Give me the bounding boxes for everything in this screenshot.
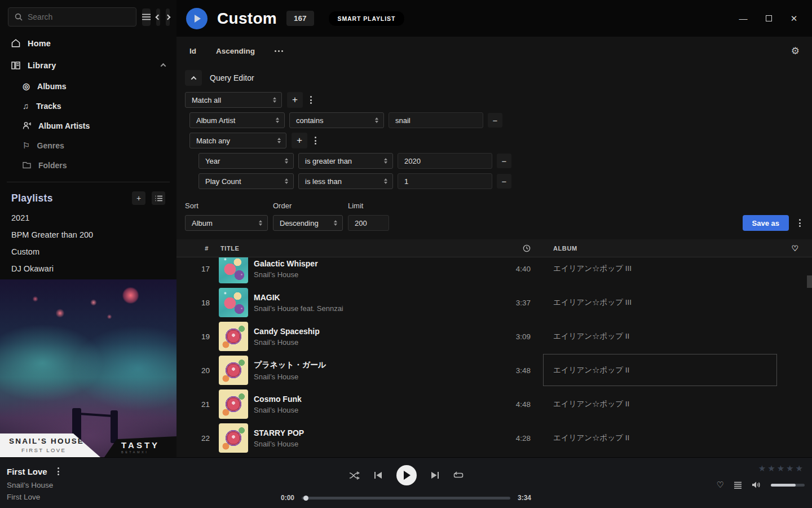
maximize-button[interactable] — [764, 14, 773, 23]
queue-icon[interactable] — [734, 481, 742, 489]
table-row[interactable]: 20 プラネット・ガール Snail’s House 3:48 エイリアン☆ポッ… — [176, 353, 812, 387]
track-album[interactable]: エイリアン☆ポップ II — [549, 433, 778, 443]
order-select[interactable]: Descending — [273, 215, 343, 231]
rule-field-select[interactable]: Album Artist — [189, 112, 285, 128]
playlist-item[interactable]: 2021 — [0, 209, 176, 226]
match-type-select-2[interactable]: Match any — [189, 133, 286, 148]
playlist-item[interactable]: BPM Greater than 200 — [0, 226, 176, 243]
add-playlist-button[interactable]: + — [132, 191, 145, 205]
table-row[interactable]: 22 STARRY POP Snail’s House 4:28 エイリアン☆ポ… — [176, 421, 812, 455]
rule-operator-select[interactable]: is less than — [298, 173, 393, 189]
column-album[interactable]: ALBUM — [549, 245, 778, 252]
next-track-icon[interactable] — [431, 471, 439, 479]
sidebar-item-genres[interactable]: ⚐ Genres — [0, 135, 176, 155]
smart-playlist-badge: SMART PLAYLIST — [328, 11, 405, 27]
sidebar-item-home[interactable]: Home — [0, 32, 176, 54]
menu-button[interactable] — [142, 8, 151, 26]
remove-rule-button[interactable]: − — [488, 113, 502, 128]
collapse-library-icon[interactable] — [161, 63, 166, 69]
table-row[interactable]: 18 MAGIK Snail’s House feat. Sennzai 3:3… — [176, 286, 812, 319]
seek-handle[interactable] — [303, 496, 308, 501]
scrollbar-thumb[interactable] — [807, 275, 812, 288]
sidebar-item-library[interactable]: Library — [0, 54, 176, 76]
sidebar-item-album-artists[interactable]: Album Artists — [0, 116, 176, 135]
sidebar-item-tracks[interactable]: ♫ Tracks — [0, 96, 176, 116]
favorite-heart-icon[interactable]: ♡ — [717, 480, 724, 490]
rule-value-input[interactable] — [389, 112, 483, 128]
seek-bar[interactable] — [302, 497, 510, 500]
track-album[interactable]: エイリアン☆ポップ II — [549, 365, 778, 375]
search-input[interactable] — [28, 12, 130, 21]
rule-operator-select[interactable]: is greater than — [298, 153, 393, 169]
table-row[interactable]: 21 Cosmo Funk Snail’s House 4:48 エイリアン☆ポ… — [176, 387, 812, 421]
nav-back-button[interactable] — [156, 8, 160, 26]
star-icon[interactable]: ★ — [767, 463, 776, 473]
now-playing-album[interactable]: First Love — [7, 493, 61, 501]
duration-clock-icon[interactable] — [523, 244, 531, 252]
track-album[interactable]: エイリアン☆ポップ III — [549, 297, 778, 308]
sort-select[interactable]: Album — [185, 215, 268, 231]
save-as-button[interactable]: Save as — [743, 215, 789, 231]
favorite-heart-icon[interactable]: ♡ — [791, 244, 798, 253]
rule-value-input[interactable] — [398, 153, 492, 169]
add-rule-button-2[interactable]: + — [292, 133, 307, 148]
play-playlist-button[interactable] — [186, 8, 208, 29]
add-rule-button-1[interactable]: + — [287, 92, 303, 108]
volume-icon[interactable] — [752, 481, 761, 489]
remove-rule-button[interactable]: − — [497, 174, 511, 189]
playlist-item[interactable]: Custom — [0, 243, 176, 260]
save-menu-icon[interactable] — [797, 217, 803, 229]
star-icon[interactable]: ★ — [777, 463, 786, 473]
playlist-item[interactable]: DJ Okawari — [0, 260, 176, 277]
star-icon[interactable]: ★ — [758, 463, 767, 473]
remove-rule-button[interactable]: − — [497, 154, 511, 168]
sidebar-item-folders[interactable]: Folders — [0, 155, 176, 175]
album-art-thumbnail — [219, 356, 248, 385]
collapse-query-editor-button[interactable] — [185, 70, 202, 86]
tracks-icon: ♫ — [23, 101, 29, 111]
track-artwork — [219, 389, 248, 419]
previous-track-icon[interactable] — [374, 471, 382, 479]
sort-field-button[interactable]: Id — [189, 47, 196, 55]
rule-value-input[interactable] — [398, 173, 492, 189]
search-box[interactable] — [8, 7, 136, 27]
sidebar-item-label: Album Artists — [38, 121, 90, 130]
gear-icon[interactable]: ⚙ — [791, 45, 800, 57]
select-caret-icon — [375, 117, 378, 123]
table-row[interactable]: 19 Candy Spaceship Snail’s House 3:09 エイ… — [176, 319, 812, 353]
repeat-icon[interactable] — [453, 471, 464, 479]
track-album[interactable]: エイリアン☆ポップ II — [549, 399, 778, 409]
music-app-window: Home Library ◎ Albums ♫ Tracks Album Art… — [0, 0, 812, 508]
rule-field-select[interactable]: Year — [198, 153, 294, 169]
track-album[interactable]: エイリアン☆ポップ III — [549, 264, 778, 274]
rule-operator-select[interactable]: contains — [289, 112, 384, 128]
group-menu-icon-2[interactable] — [312, 134, 319, 147]
playlist-list-button[interactable] — [152, 191, 165, 205]
now-playing-artist[interactable]: Snail’s House — [7, 481, 61, 489]
sort-direction-button[interactable]: Ascending — [216, 47, 255, 55]
table-row[interactable]: 17 Galactic Whisper Snail’s House 4:40 エ… — [176, 257, 812, 286]
limit-input[interactable] — [348, 215, 389, 231]
star-icon[interactable]: ★ — [796, 463, 805, 473]
group-menu-icon-1[interactable] — [308, 94, 314, 106]
star-icon[interactable]: ★ — [786, 463, 795, 473]
track-artist: Snail’s House — [254, 338, 496, 347]
close-button[interactable]: ✕ — [789, 14, 798, 23]
nav-forward-button[interactable] — [166, 8, 170, 26]
now-playing-menu-icon[interactable] — [55, 465, 61, 478]
match-type-select-1[interactable]: Match all — [185, 92, 282, 108]
rating-stars[interactable]: ★★★★★ — [714, 463, 805, 474]
shuffle-icon[interactable] — [349, 471, 360, 480]
now-playing-title[interactable]: First Love — [7, 467, 47, 476]
more-options-icon[interactable] — [275, 50, 283, 52]
minimize-button[interactable]: — — [739, 14, 748, 23]
play-pause-button[interactable] — [396, 465, 417, 485]
track-album[interactable]: エイリアン☆ポップ II — [549, 331, 778, 341]
now-playing-artwork[interactable]: SNAIL'S HOUSE FIRST LOVE TASTY BETAMXI — [0, 279, 176, 457]
sidebar-item-albums[interactable]: ◎ Albums — [0, 76, 176, 96]
column-number[interactable]: # — [205, 245, 210, 252]
rule-field-select[interactable]: Play Count — [198, 173, 294, 189]
volume-slider[interactable] — [771, 484, 805, 487]
album-art-thumbnail — [219, 389, 248, 419]
column-title[interactable]: TITLE — [210, 245, 496, 252]
